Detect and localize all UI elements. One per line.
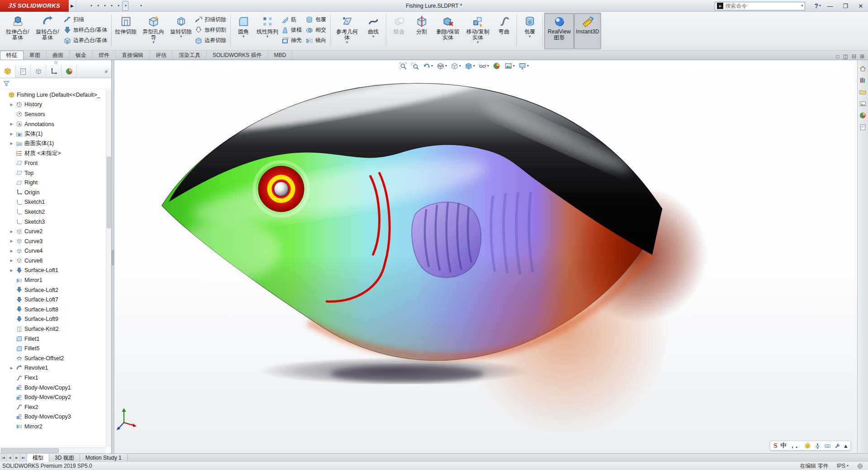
previous-view-button[interactable]: ▾ <box>421 61 434 71</box>
ribbon-button-wrap-2[interactable]: G包覆▾ <box>518 13 541 49</box>
section-view-button[interactable]: ▾ <box>435 61 448 71</box>
zoom-fit-button[interactable] <box>398 61 408 71</box>
panel-tab-configuration-manager[interactable] <box>31 65 46 78</box>
tab-nav-last-button[interactable]: ▶| <box>20 454 27 462</box>
tab-SOLIDWORKS 插件[interactable]: SOLIDWORKS 插件 <box>207 51 268 60</box>
ribbon-button-extruded-cut[interactable]: 拉伸切除 <box>113 13 138 49</box>
doc-tab-模型[interactable]: 模型 <box>27 454 49 462</box>
tree-item[interactable]: Flex1 <box>0 373 106 383</box>
tree-item[interactable]: Surface-Loft9 <box>0 315 106 324</box>
ribbon-button-split[interactable]: 分割 <box>410 13 433 49</box>
tree-item[interactable]: ▶Revolve1 <box>0 363 106 373</box>
ribbon-button-revolved-boss[interactable]: 旋转凸台/基体 <box>33 13 62 49</box>
custom-properties-button[interactable] <box>859 123 867 131</box>
ribbon-button-curves[interactable]: 曲线▾ <box>362 13 384 49</box>
tree-item[interactable]: ▶Curve3 <box>0 236 106 246</box>
tree-item[interactable]: Sensors <box>0 109 106 119</box>
tree-item[interactable]: 材质 <未指定> <box>0 149 106 159</box>
tree-item[interactable]: Body-Move/Copy3 <box>0 412 106 422</box>
ribbon-button-realview-graphics[interactable]: RealView 图形 <box>544 13 574 49</box>
expander-icon[interactable]: ▶ <box>9 103 14 107</box>
tab-评估[interactable]: 评估 <box>150 51 173 60</box>
panel-tab-featuremanager-tree[interactable] <box>0 65 15 78</box>
tree-item[interactable]: Surface-Loft8 <box>0 305 106 315</box>
ribbon-button-lofted-boss[interactable]: 放样凸台/基体 <box>62 25 110 35</box>
ribbon-button-move-copy-body[interactable]: 移动/复制实体▾ <box>463 13 493 49</box>
ribbon-button-intersect[interactable]: 相交 <box>304 25 329 35</box>
tree-horizontal-scrollbar[interactable] <box>0 447 106 453</box>
select-button[interactable]: ▾ <box>122 1 128 11</box>
apply-scene-button[interactable]: ▾ <box>503 61 516 71</box>
doc-tab-3D-视图[interactable]: 3D 视图 <box>49 454 80 462</box>
two-view-horizontal-icon[interactable]: ⊟ <box>852 53 856 60</box>
open-button[interactable]: ▾ <box>95 1 100 11</box>
scrollbar-thumb[interactable] <box>107 157 111 228</box>
ribbon-button-revolved-cut[interactable]: 旋转切除▾ <box>168 13 194 49</box>
restore-button[interactable]: ❐ <box>841 3 850 9</box>
panel-tab-display-manager[interactable] <box>62 65 77 78</box>
expander-icon[interactable]: ▶ <box>9 141 14 146</box>
two-view-vertical-icon[interactable]: ◫ <box>843 53 848 60</box>
ribbon-button-flex-bend[interactable]: 弯曲 <box>493 13 515 49</box>
display-style-button[interactable]: ▾ <box>463 61 476 71</box>
options-button[interactable]: ▾ <box>138 1 143 11</box>
tree-item[interactable]: ▶AAnnotations <box>0 119 106 129</box>
ribbon-button-boundary-cut[interactable]: 边界切除 <box>194 36 229 45</box>
tab-nav-previous-button[interactable]: ◀ <box>7 454 14 462</box>
ribbon-button-boundary-boss[interactable]: 边界凸台/基体 <box>62 36 110 45</box>
ribbon-button-linear-pattern[interactable]: 线性阵列▾ <box>255 13 280 49</box>
tree-item[interactable]: Sketch2 <box>0 207 106 217</box>
tab-钣金[interactable]: 钣金 <box>70 51 93 60</box>
panel-tab-dimxpert-manager[interactable] <box>46 65 62 78</box>
tree-item[interactable]: Fillet5 <box>0 343 106 353</box>
save-button[interactable]: ▾ <box>102 1 107 11</box>
hide-show-items-button[interactable]: ▾ <box>477 61 490 71</box>
tree-item[interactable]: Mirror2 <box>0 422 106 432</box>
expander-icon[interactable]: ▶ <box>9 132 14 136</box>
expander-icon[interactable]: ▶ <box>9 249 14 253</box>
lang-mode[interactable]: 中 <box>780 442 786 450</box>
tree-item[interactable]: Origin <box>0 188 106 197</box>
tab-草图[interactable]: 草图 <box>24 51 47 60</box>
four-view-icon[interactable]: ⊞ <box>860 53 864 60</box>
tree-item[interactable]: Fishing Lure (Default<<Default>_ <box>0 90 106 100</box>
ribbon-button-fillet[interactable]: 圆角▾ <box>232 13 255 49</box>
minimize-button[interactable]: — <box>825 3 835 9</box>
tab-MBD[interactable]: MBD <box>268 51 293 60</box>
tree-item[interactable]: Top <box>0 168 106 178</box>
expander-icon[interactable]: ▶ <box>9 258 14 263</box>
tree-item[interactable]: Sketch1 <box>0 197 106 207</box>
ribbon-button-swept-boss[interactable]: 扫描 <box>62 15 110 24</box>
help-icon[interactable]: ?▾ <box>814 2 821 9</box>
tab-nav-first-button[interactable]: |◀ <box>0 454 7 462</box>
tree-item[interactable]: Surface-Knit2 <box>0 324 106 334</box>
appearances-button[interactable] <box>859 112 867 119</box>
ribbon-button-mirror[interactable]: 镜向 <box>304 36 329 45</box>
tree-item[interactable]: Fillet1 <box>0 334 106 344</box>
tree-item[interactable]: ▶Curve4 <box>0 246 106 256</box>
tree-vertical-scrollbar[interactable] <box>106 90 111 447</box>
tree-item[interactable]: ▶Curve6 <box>0 256 106 266</box>
tree-item[interactable]: Surface-Loft7 <box>0 295 106 305</box>
collapse[interactable]: ▴ <box>844 442 847 449</box>
new-document-button[interactable]: ▾ <box>88 1 94 11</box>
ribbon-button-wrap[interactable]: 包覆 <box>304 15 329 24</box>
tab-直接编辑[interactable]: 直接编辑 <box>116 51 150 60</box>
tree-item[interactable]: ▶Surface-Loft1 <box>0 266 106 276</box>
tab-曲面[interactable]: 曲面 <box>47 51 70 60</box>
ribbon-button-draft[interactable]: 拔模 <box>280 25 304 35</box>
home-button[interactable] <box>84 1 87 11</box>
view-settings-button[interactable]: ▾ <box>517 61 530 71</box>
panel-expand-chevron[interactable]: » <box>101 65 111 78</box>
tab-nav-next-button[interactable]: ▶ <box>14 454 20 462</box>
mic-icon[interactable] <box>814 442 821 449</box>
view-orientation-button[interactable]: ▾ <box>449 61 462 71</box>
ribbon-button-reference-geometry[interactable]: 参考几何体▾ <box>332 13 362 49</box>
search-input[interactable] <box>725 3 797 9</box>
search-caret-icon[interactable]: ▾ <box>801 4 803 8</box>
panel-grip-handle[interactable] <box>0 60 111 65</box>
keyboard-icon[interactable] <box>824 442 831 449</box>
ribbon-button-combine[interactable]: 组合 <box>388 13 410 49</box>
tree-item[interactable]: Body-Move/Copy2 <box>0 392 106 402</box>
tree-item[interactable]: Body-Move/Copy1 <box>0 383 106 393</box>
